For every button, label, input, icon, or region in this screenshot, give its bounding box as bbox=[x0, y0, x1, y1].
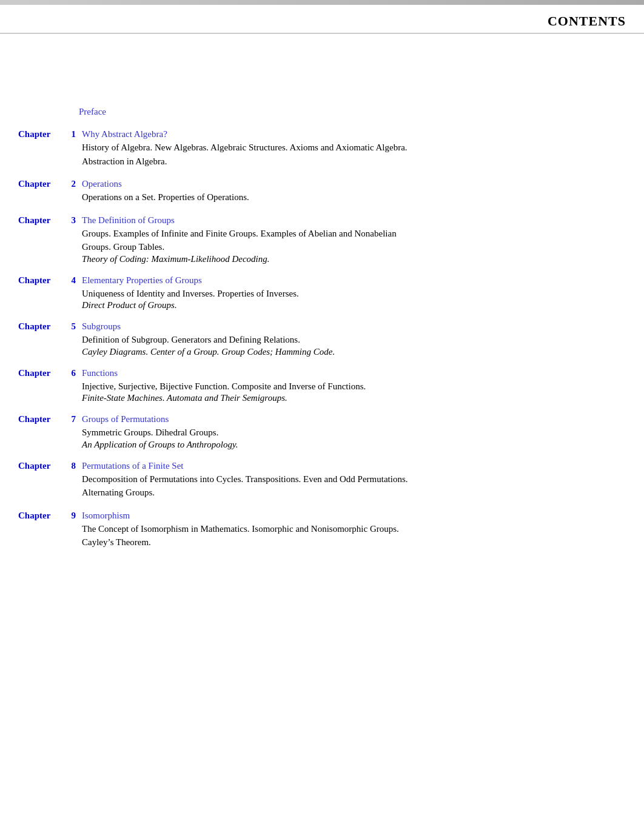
preface-section: Preface bbox=[79, 107, 626, 117]
chapter-content-5: SubgroupsDefinition of Subgroup. Generat… bbox=[82, 321, 626, 357]
chapter-desc-9: The Concept of Isomorphism in Mathematic… bbox=[82, 522, 626, 549]
chapter-title-5[interactable]: Subgroups bbox=[82, 321, 626, 332]
chapter-desc-1: History of Algebra. New Algebras. Algebr… bbox=[82, 141, 626, 168]
chapter-content-7: Groups of PermutationsSymmetric Groups. … bbox=[82, 414, 626, 450]
chapter-content-1: Why Abstract Algebra?History of Algebra.… bbox=[82, 129, 626, 168]
chapters-container: Chapter1Why Abstract Algebra?History of … bbox=[18, 129, 626, 549]
chapter-entry-6: Chapter6FunctionsInjective, Surjective, … bbox=[18, 368, 626, 404]
chapter-desc-3: Groups. Examples of Infinite and Finite … bbox=[82, 227, 626, 254]
chapter-num-3: 3 bbox=[64, 215, 82, 226]
chapter-label-4: Chapter bbox=[18, 275, 64, 286]
chapter-num-2: 2 bbox=[64, 179, 82, 189]
chapter-num-4: 4 bbox=[64, 275, 82, 286]
chapter-content-3: The Definition of GroupsGroups. Examples… bbox=[82, 215, 626, 264]
chapter-entry-2: Chapter2OperationsOperations on a Set. P… bbox=[18, 179, 626, 204]
chapter-desc-5: Definition of Subgroup. Generators and D… bbox=[82, 333, 626, 347]
chapter-entry-7: Chapter7Groups of PermutationsSymmetric … bbox=[18, 414, 626, 450]
chapter-title-4[interactable]: Elementary Properties of Groups bbox=[82, 275, 626, 286]
chapter-label-7: Chapter bbox=[18, 414, 64, 424]
chapter-entry-3: Chapter3The Definition of GroupsGroups. … bbox=[18, 215, 626, 264]
chapter-desc-8: Decomposition of Permutations into Cycle… bbox=[82, 472, 626, 500]
chapter-title-1[interactable]: Why Abstract Algebra? bbox=[82, 129, 626, 139]
chapter-label-5: Chapter bbox=[18, 321, 64, 332]
chapter-label-6: Chapter bbox=[18, 368, 64, 378]
chapter-desc-7: Symmetric Groups. Dihedral Groups. bbox=[82, 426, 626, 440]
chapter-italic-6: Finite-State Machines. Automata and Thei… bbox=[82, 393, 626, 403]
chapter-title-2[interactable]: Operations bbox=[82, 179, 626, 189]
chapter-entry-1: Chapter1Why Abstract Algebra?History of … bbox=[18, 129, 626, 168]
chapter-num-6: 6 bbox=[64, 368, 82, 378]
chapter-content-8: Permutations of a Finite SetDecompositio… bbox=[82, 461, 626, 500]
chapter-italic-3: Theory of Coding: Maximum-Likelihood Dec… bbox=[82, 254, 626, 264]
chapter-italic-7: An Application of Groups to Anthropology… bbox=[82, 440, 626, 450]
chapter-desc-2: Operations on a Set. Properties of Opera… bbox=[82, 190, 626, 204]
chapter-entry-5: Chapter5SubgroupsDefinition of Subgroup.… bbox=[18, 321, 626, 357]
header-bar bbox=[0, 0, 644, 5]
chapter-entry-8: Chapter8Permutations of a Finite SetDeco… bbox=[18, 461, 626, 500]
chapter-desc-4: Uniqueness of Identity and Inverses. Pro… bbox=[82, 287, 626, 301]
chapter-label-2: Chapter bbox=[18, 179, 64, 189]
chapter-entry-9: Chapter9IsomorphismThe Concept of Isomor… bbox=[18, 511, 626, 549]
chapter-content-6: FunctionsInjective, Surjective, Bijectiv… bbox=[82, 368, 626, 404]
header-divider bbox=[0, 33, 644, 34]
chapter-num-5: 5 bbox=[64, 321, 82, 332]
chapter-num-9: 9 bbox=[64, 511, 82, 521]
chapter-content-2: OperationsOperations on a Set. Propertie… bbox=[82, 179, 626, 204]
chapter-num-8: 8 bbox=[64, 461, 82, 471]
preface-link[interactable]: Preface bbox=[79, 107, 106, 116]
chapter-content-9: IsomorphismThe Concept of Isomorphism in… bbox=[82, 511, 626, 549]
chapter-num-7: 7 bbox=[64, 414, 82, 424]
chapter-title-9[interactable]: Isomorphism bbox=[82, 511, 626, 521]
content-area: Preface Chapter1Why Abstract Algebra?His… bbox=[0, 107, 644, 585]
chapter-content-4: Elementary Properties of GroupsUniquenes… bbox=[82, 275, 626, 311]
chapter-label-1: Chapter bbox=[18, 129, 64, 139]
chapter-label-3: Chapter bbox=[18, 215, 64, 226]
chapter-label-9: Chapter bbox=[18, 511, 64, 521]
page-title: CONTENTS bbox=[0, 7, 644, 29]
chapter-italic-5: Cayley Diagrams. Center of a Group. Grou… bbox=[82, 347, 626, 357]
chapter-title-6[interactable]: Functions bbox=[82, 368, 626, 378]
chapter-title-7[interactable]: Groups of Permutations bbox=[82, 414, 626, 424]
chapter-label-8: Chapter bbox=[18, 461, 64, 471]
chapter-desc-6: Injective, Surjective, Bijective Functio… bbox=[82, 380, 626, 394]
chapter-num-1: 1 bbox=[64, 129, 82, 139]
chapter-title-8[interactable]: Permutations of a Finite Set bbox=[82, 461, 626, 471]
chapter-title-3[interactable]: The Definition of Groups bbox=[82, 215, 626, 226]
chapter-italic-4: Direct Product of Groups. bbox=[82, 300, 626, 310]
chapter-entry-4: Chapter4Elementary Properties of GroupsU… bbox=[18, 275, 626, 311]
